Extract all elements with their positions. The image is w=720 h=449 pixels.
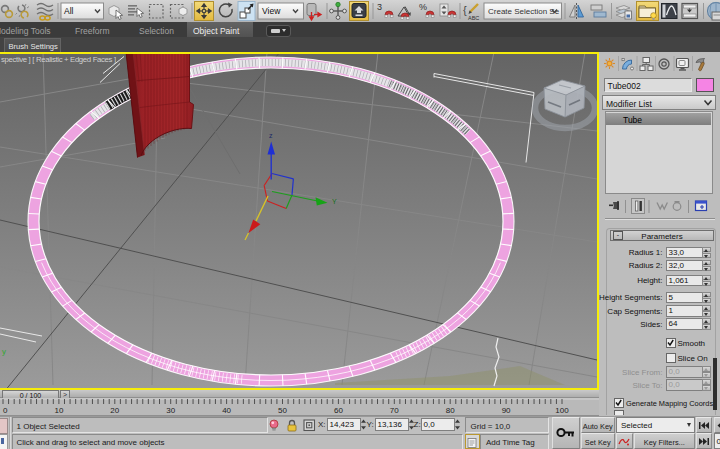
svg-text:View: View xyxy=(262,6,281,16)
svg-text:20: 20 xyxy=(110,406,119,415)
svg-text:{: { xyxy=(463,4,467,16)
svg-text:Create Selection Se: Create Selection Se xyxy=(488,7,560,16)
svg-text:70: 70 xyxy=(390,406,399,415)
svg-text:60: 60 xyxy=(334,406,343,415)
svg-text:%: % xyxy=(419,2,427,12)
svg-text:3: 3 xyxy=(377,2,382,12)
svg-text:90: 90 xyxy=(502,406,511,415)
svg-text:10: 10 xyxy=(54,406,63,415)
svg-text:40: 40 xyxy=(222,406,231,415)
svg-text:z: z xyxy=(269,132,273,139)
svg-text:ABC: ABC xyxy=(468,15,479,21)
svg-text:All: All xyxy=(64,6,74,16)
svg-text:spective ] [ Realistic + Edged: spective ] [ Realistic + Edged Faces ] xyxy=(1,55,116,64)
svg-text:Y: Y xyxy=(332,198,337,205)
svg-text:y: y xyxy=(2,347,6,356)
svg-text:100: 100 xyxy=(555,406,569,415)
svg-text:80: 80 xyxy=(446,406,455,415)
svg-text:30: 30 xyxy=(166,406,175,415)
svg-text:0: 0 xyxy=(3,406,8,415)
svg-text:50: 50 xyxy=(278,406,287,415)
